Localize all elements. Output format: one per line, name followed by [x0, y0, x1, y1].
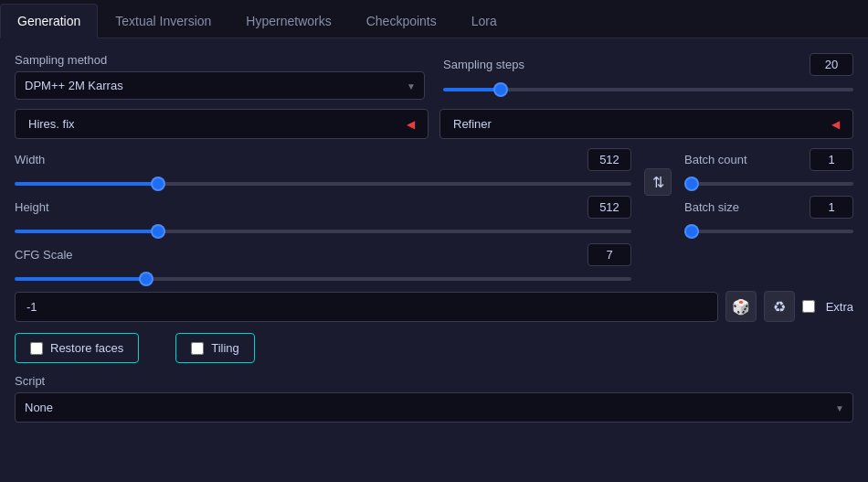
tab-generation[interactable]: Generation [0, 4, 98, 38]
tabs-bar: Generation Textual Inversion Hypernetwor… [0, 0, 868, 38]
sampling-steps-slider[interactable] [443, 88, 853, 91]
width-value[interactable]: 512 [587, 148, 631, 171]
cfg-scale-row: CFG Scale 7 [15, 243, 631, 284]
sampling-steps-label: Sampling steps [443, 58, 524, 71]
tiling-checkbox[interactable] [191, 342, 204, 355]
hires-fix-button[interactable]: Hires. fix ◀ [15, 109, 429, 139]
script-label: Script [15, 374, 853, 388]
dimensions-section: Width 512 Height 512 CFG Scale [15, 148, 631, 291]
extra-label: Extra [826, 300, 853, 314]
width-slider[interactable] [15, 182, 631, 186]
sampling-steps-value[interactable]: 20 [810, 53, 853, 76]
tab-textual-inversion[interactable]: Textual Inversion [98, 4, 228, 38]
restore-faces-checkbox[interactable] [30, 342, 43, 355]
swap-icon: ⇅ [652, 174, 664, 191]
tab-lora[interactable]: Lora [454, 4, 514, 38]
tiling-group: Tiling [175, 333, 255, 363]
dice-icon: 🎲 [732, 298, 750, 316]
batch-count-row: Batch count 1 [684, 148, 853, 188]
script-select[interactable]: None [15, 392, 853, 423]
height-value[interactable]: 512 [587, 196, 631, 219]
cfg-scale-value[interactable]: 7 [587, 243, 631, 266]
height-slider[interactable] [15, 230, 631, 233]
hires-fix-section: Hires. fix ◀ [15, 109, 429, 139]
batch-size-value[interactable]: 1 [810, 196, 853, 219]
extra-checkbox[interactable] [802, 300, 815, 313]
hires-arrow-icon: ◀ [407, 118, 415, 131]
main-content: Sampling method DPM++ 2M Karras ▼ Sampli… [0, 38, 868, 434]
random-seed-button[interactable]: 🎲 [725, 291, 757, 322]
batch-count-value[interactable]: 1 [810, 148, 853, 171]
batch-count-slider[interactable] [684, 182, 853, 186]
cfg-scale-slider[interactable] [15, 277, 631, 281]
restore-faces-label: Restore faces [50, 341, 123, 355]
tab-hypernetworks[interactable]: Hypernetworks [228, 4, 348, 38]
batch-size-slider[interactable] [684, 230, 853, 233]
cfg-scale-label: CFG Scale [15, 248, 73, 262]
refiner-button[interactable]: Refiner ◀ [439, 109, 853, 139]
sampling-method-label: Sampling method [15, 53, 425, 67]
tiling-label: Tiling [211, 341, 239, 355]
refiner-section: Refiner ◀ [439, 109, 853, 139]
recycle-seed-button[interactable]: ♻ [764, 291, 795, 322]
height-row: Height 512 [15, 196, 631, 236]
sampling-steps-section: Sampling steps 20 [443, 53, 853, 94]
width-label: Width [15, 153, 45, 166]
batch-count-label: Batch count [684, 153, 747, 166]
batch-size-label: Batch size [684, 200, 739, 214]
recycle-icon: ♻ [773, 298, 786, 316]
restore-faces-group: Restore faces [15, 333, 139, 363]
seed-input[interactable] [15, 292, 718, 322]
script-section: Script None ▼ [15, 374, 853, 423]
sampling-method-select[interactable]: DPM++ 2M Karras [15, 71, 425, 100]
seed-row: 🎲 ♻ Extra [15, 291, 853, 322]
tab-checkpoints[interactable]: Checkpoints [349, 4, 454, 38]
refiner-arrow-icon: ◀ [831, 118, 840, 131]
batch-size-row: Batch size 1 [684, 196, 853, 236]
swap-dimensions-button[interactable]: ⇅ [644, 168, 672, 196]
height-label: Height [15, 200, 49, 214]
script-select-wrapper: None ▼ [15, 392, 853, 423]
sampling-method-section: Sampling method DPM++ 2M Karras ▼ [15, 53, 425, 100]
options-row: Restore faces Tiling [15, 333, 853, 363]
app-container: Generation Textual Inversion Hypernetwor… [0, 0, 868, 482]
sampling-method-dropdown-wrapper: DPM++ 2M Karras ▼ [15, 71, 425, 100]
batch-section: Batch count 1 Batch size 1 [684, 148, 853, 243]
width-row: Width 512 [15, 148, 631, 188]
